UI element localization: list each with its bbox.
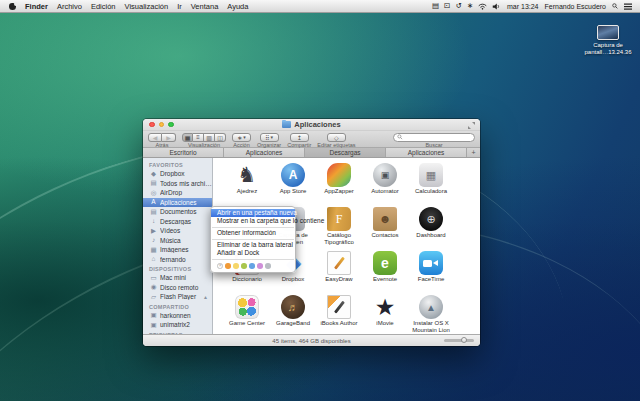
menu-ayuda[interactable]: Ayuda — [227, 2, 248, 11]
wifi-icon[interactable] — [478, 3, 487, 10]
sidebar-item-musica[interactable]: ♪Música — [143, 236, 212, 246]
arrange-button[interactable]: ⠿▾ — [260, 133, 279, 142]
new-tab-button[interactable]: + — [467, 148, 480, 157]
sidebar: FAVORITOS◆Dropbox▤Todos mis archivos◎Air… — [143, 158, 213, 334]
shared-icon: ▣ — [150, 312, 157, 319]
slider-knob-icon[interactable] — [461, 337, 467, 343]
app-item-contactos[interactable]: Contactos — [362, 207, 408, 251]
sidebar-item-todos-mis-archivos[interactable]: ▤Todos mis archivos — [143, 179, 212, 189]
eject-icon[interactable]: ▲ — [203, 294, 212, 300]
context-menu-item-abrir-en-una-pestana-nueva[interactable]: Abrir en una pestaña nueva — [211, 209, 295, 217]
search-field[interactable] — [393, 133, 475, 142]
app-item-easydraw[interactable]: EasyDraw — [316, 251, 362, 295]
app-item-facetime[interactable]: FaceTime — [408, 251, 454, 295]
time-machine-icon[interactable]: ↺ — [455, 2, 461, 10]
menu-bar-user[interactable]: Fernando Escudero — [545, 3, 606, 10]
app-item-imovie[interactable]: iMovie — [362, 295, 408, 334]
column-view-button[interactable]: ▥ — [204, 133, 215, 142]
app-item-ibooks-author[interactable]: iBooks Author — [316, 295, 362, 334]
sidebar-item-label: Música — [160, 237, 212, 244]
app-item-instalar-os-x-mountain-lion[interactable]: Instalar OS X Mountain Lion — [408, 295, 454, 334]
sidebar-item-unimatrix2[interactable]: ▣unimatrix2 — [143, 320, 212, 330]
tag-orange-icon[interactable] — [225, 263, 231, 269]
applications-icon: A — [150, 199, 157, 206]
input-source-icon[interactable]: ▤ — [432, 2, 439, 10]
context-menu-item-eliminar-de-la-barra-lateral[interactable]: Eliminar de la barra lateral — [211, 241, 295, 249]
tab-aplicaciones[interactable]: Aplicaciones — [224, 148, 305, 157]
desktop-file-screenshot[interactable]: Captura de pantall…13.24.36 — [584, 25, 632, 56]
coverflow-view-button[interactable]: ◫ — [215, 133, 226, 142]
sidebar-item-harkonnen[interactable]: ▣harkonnen — [143, 311, 212, 321]
share-button[interactable]: ↥ — [290, 133, 309, 142]
music-icon: ♪ — [150, 237, 157, 244]
sidebar-item-airdrop[interactable]: ◎AirDrop — [143, 188, 212, 198]
menu-visualizacion[interactable]: Visualización — [125, 2, 169, 11]
icon-view-button[interactable]: ▦ — [182, 133, 193, 142]
minimize-button[interactable] — [159, 122, 165, 128]
sidebar-item-aplicaciones[interactable]: AAplicaciones — [143, 198, 212, 208]
bluetooth-icon[interactable]: ∗ — [467, 2, 473, 10]
app-item-evernote[interactable]: Evernote — [362, 251, 408, 295]
sidebar-item-dropbox[interactable]: ◆Dropbox — [143, 169, 212, 179]
app-item-app-store[interactable]: App Store — [270, 163, 316, 207]
icon-size-slider[interactable] — [444, 339, 474, 342]
app-item-calculadora[interactable]: Calculadora — [408, 163, 454, 207]
tag-green-icon[interactable] — [241, 263, 247, 269]
menu-finder[interactable]: Finder — [25, 2, 48, 11]
menu-edicion[interactable]: Edición — [91, 2, 116, 11]
app-item-game-center[interactable]: Game Center — [224, 295, 270, 334]
list-view-button[interactable]: ≡ — [193, 133, 204, 142]
documents-icon: ▤ — [150, 209, 157, 216]
app-item-garageband[interactable]: GarageBand — [270, 295, 316, 334]
tag-yellow-icon[interactable] — [233, 263, 239, 269]
sidebar-item-imagenes[interactable]: ▦Imágenes — [143, 245, 212, 255]
sidebar-item-flash-player[interactable]: ▱Flash Player▲ — [143, 292, 212, 302]
pictures-icon: ▦ — [150, 247, 157, 254]
app-item-automator[interactable]: Automator — [362, 163, 408, 207]
all-files-icon: ▤ — [150, 180, 157, 187]
zoom-button[interactable] — [168, 122, 174, 128]
tag-gray-icon[interactable] — [265, 263, 271, 269]
app-item-appzapper[interactable]: AppZapper — [316, 163, 362, 207]
sidebar-item-videos[interactable]: ▶Vídeos — [143, 226, 212, 236]
app-item-dashboard[interactable]: Dashboard — [408, 207, 454, 251]
menu-separator — [212, 227, 294, 228]
app-item-catalogo-tipografico[interactable]: Catálogo Tipográfico — [316, 207, 362, 251]
context-menu-item-anadir-al-dock[interactable]: Añadir al Dock — [211, 249, 295, 257]
fullscreen-icon[interactable] — [468, 122, 475, 129]
context-menu-item-mostrar-en-la-carpeta-que-lo-contiene[interactable]: Mostrar en la carpeta que lo contiene — [211, 217, 295, 225]
tag-purple-icon[interactable] — [257, 263, 263, 269]
sidebar-item-mac-mini[interactable]: ▭Mac mini — [143, 273, 212, 283]
menu-bar-clock[interactable]: mar 13:24 — [507, 3, 539, 10]
menu-ventana[interactable]: Ventana — [191, 2, 219, 11]
tab-escritorio[interactable]: Escritorio — [143, 148, 224, 157]
title-bar[interactable]: Aplicaciones — [143, 119, 480, 131]
display-icon[interactable]: ⊡ — [444, 2, 450, 10]
forward-button[interactable]: ▶ — [162, 133, 176, 142]
tag-blue-icon[interactable] — [249, 263, 255, 269]
menu-archivo[interactable]: Archivo — [57, 2, 82, 11]
action-button[interactable]: ∗▾ — [232, 133, 251, 142]
back-button[interactable]: ◀ — [148, 133, 162, 142]
sidebar-item-fernando[interactable]: ⌂fernando — [143, 255, 212, 265]
close-button[interactable] — [149, 122, 155, 128]
sidebar-item-disco-remoto[interactable]: ◉Disco remoto — [143, 283, 212, 293]
tab-descargas[interactable]: Descargas — [305, 148, 386, 157]
context-menu-item-obtener-informacion[interactable]: Obtener información — [211, 229, 295, 237]
edit-tags-button[interactable]: ◇ — [327, 133, 346, 142]
apple-menu-icon[interactable] — [9, 2, 16, 10]
app-item-ajedrez[interactable]: Ajedrez — [224, 163, 270, 207]
tab-aplicaciones[interactable]: Aplicaciones — [386, 148, 467, 157]
sidebar-item-documentos[interactable]: ▤Documentos — [143, 207, 212, 217]
notification-center-icon[interactable] — [624, 3, 632, 10]
menu-ir[interactable]: Ir — [177, 2, 182, 11]
spotlight-icon[interactable] — [612, 3, 618, 9]
search-input[interactable] — [405, 134, 471, 140]
sidebar-item-descargas[interactable]: ↓Descargas — [143, 217, 212, 227]
tab-bar: EscritorioAplicacionesDescargasAplicacio… — [143, 148, 480, 158]
tag-clear-icon[interactable] — [217, 263, 223, 269]
volume-icon[interactable] — [492, 3, 501, 10]
sidebar-item-label: Disco remoto — [160, 284, 212, 291]
app-label: EasyDraw — [316, 276, 362, 283]
folder-icon — [282, 121, 291, 128]
